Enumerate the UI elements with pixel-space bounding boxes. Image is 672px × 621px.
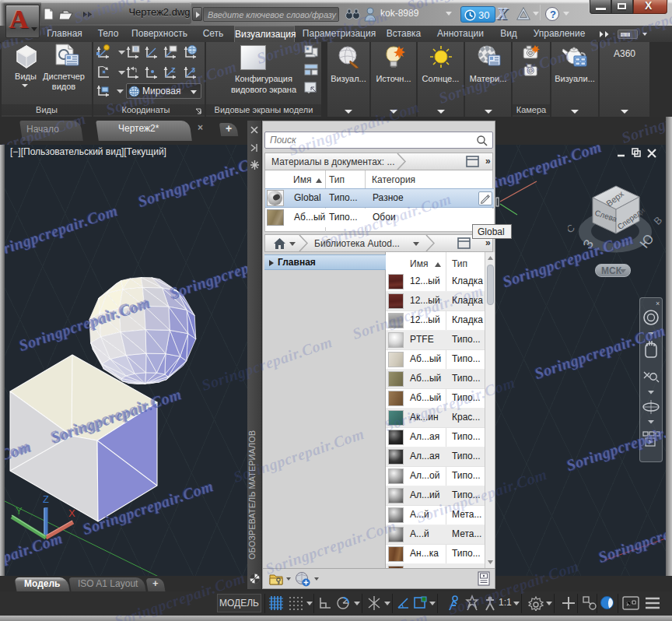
svg-text:В: В	[652, 214, 665, 227]
svg-text:С: С	[568, 222, 577, 236]
svg-text:Y: Y	[16, 505, 23, 517]
svg-text:Z: Z	[171, 66, 176, 74]
svg-text:X: X	[68, 507, 75, 519]
svg-text:×: ×	[656, 300, 660, 307]
svg-text:Z: Z	[43, 493, 49, 505]
svg-text:3: 3	[191, 66, 195, 74]
